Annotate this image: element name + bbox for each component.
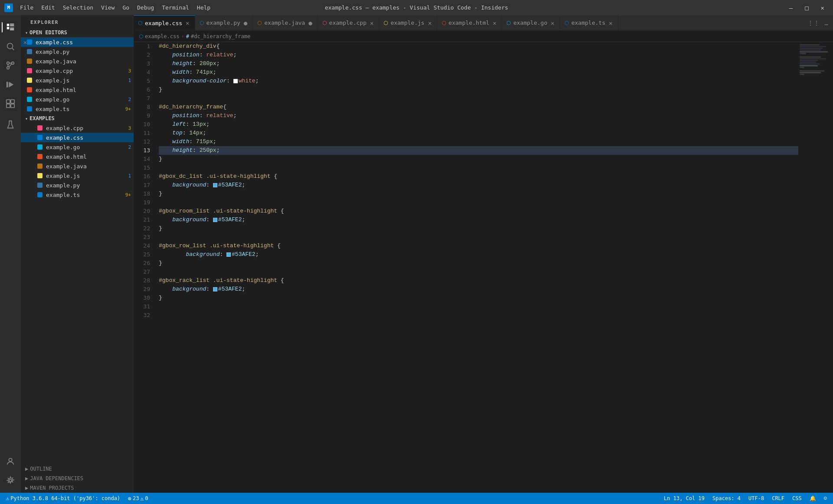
tab-java-icon: ⬡ bbox=[257, 20, 262, 26]
maven-header[interactable]: ▶ MAVEN PROJECTS bbox=[21, 483, 134, 493]
svg-point-0 bbox=[7, 43, 13, 49]
breadcrumb-file[interactable]: example.css bbox=[145, 33, 179, 39]
color-swatch-53afe2-1 bbox=[213, 183, 217, 187]
example-js[interactable]: example.js 1 bbox=[21, 171, 134, 180]
tab-java-close[interactable]: ● bbox=[308, 19, 313, 27]
status-ln-col[interactable]: Ln 13, Col 19 bbox=[661, 493, 707, 504]
menu-view[interactable]: View bbox=[98, 3, 118, 13]
tab-java[interactable]: ⬡ example.java ● bbox=[253, 15, 318, 30]
activity-flask[interactable] bbox=[2, 116, 19, 133]
open-editor-go[interactable]: example.go 2 bbox=[21, 95, 134, 104]
code-line-14: } bbox=[159, 155, 798, 164]
maximize-button[interactable]: □ bbox=[800, 3, 813, 13]
activity-debug[interactable] bbox=[2, 76, 19, 93]
menu-go[interactable]: Go bbox=[119, 3, 133, 13]
ln-col-label: Ln 13, Col 19 bbox=[664, 495, 705, 501]
ex-html-icon bbox=[36, 153, 43, 160]
tab-go[interactable]: ⬡ example.go ✕ bbox=[502, 15, 560, 30]
java-deps-header[interactable]: ▶ JAVA DEPENDENCIES bbox=[21, 474, 134, 483]
breadcrumb-symbol[interactable]: #dc_hierarchy_frame bbox=[191, 33, 250, 39]
svg-point-11 bbox=[9, 458, 12, 461]
ln-1: 1 bbox=[142, 42, 150, 51]
example-java[interactable]: example.java bbox=[21, 161, 134, 171]
menu-selection[interactable]: Selection bbox=[59, 3, 97, 13]
activity-source-control[interactable] bbox=[2, 57, 19, 74]
code-line-10: left: 13px; bbox=[159, 120, 798, 129]
tab-cpp[interactable]: ⬡ example.cpp ✕ bbox=[318, 15, 380, 30]
window-title: example.css — examples - Visual Studio C… bbox=[325, 4, 508, 11]
open-editor-html[interactable]: example.html bbox=[21, 85, 134, 95]
open-editor-html-label: example.html bbox=[36, 87, 76, 93]
tab-py[interactable]: ⬡ example.py ● bbox=[195, 15, 253, 30]
tab-go-close[interactable]: ✕ bbox=[550, 19, 555, 27]
open-editor-py[interactable]: example.py bbox=[21, 47, 134, 56]
code-content[interactable]: #dc_hierarchy_div{ position: relative; h… bbox=[155, 42, 798, 493]
open-editor-cpp[interactable]: example.cpp 3 bbox=[21, 66, 134, 75]
js-badge: 1 bbox=[128, 78, 131, 83]
code-line-4: width: 741px; bbox=[159, 68, 798, 77]
status-encoding[interactable]: UTF-8 bbox=[746, 493, 767, 504]
activity-extensions[interactable] bbox=[2, 95, 19, 112]
code-line-15 bbox=[159, 164, 798, 172]
activity-search[interactable] bbox=[2, 38, 19, 55]
status-feedback2[interactable]: ☺ bbox=[821, 493, 830, 504]
tab-html-label: example.html bbox=[449, 20, 489, 26]
tab-ts-close[interactable]: ✕ bbox=[608, 19, 613, 27]
status-line-ending[interactable]: CRLF bbox=[769, 493, 787, 504]
example-css[interactable]: example.css bbox=[21, 133, 134, 142]
tab-css[interactable]: ⬡ example.css ✕ bbox=[134, 15, 195, 30]
ex-py-icon bbox=[36, 182, 43, 189]
outline-chevron: ▶ bbox=[25, 466, 28, 472]
tab-css-close[interactable]: ✕ bbox=[185, 19, 190, 27]
outline-header[interactable]: ▶ OUTLINE bbox=[21, 464, 134, 474]
tab-cpp-close[interactable]: ✕ bbox=[369, 19, 374, 27]
tab-ts[interactable]: ⬡ example.ts ✕ bbox=[560, 15, 618, 30]
open-editor-java[interactable]: example.java bbox=[21, 56, 134, 66]
code-line-12: width: 715px; bbox=[159, 137, 798, 146]
status-spaces[interactable]: Spaces: 4 bbox=[710, 493, 743, 504]
tab-js[interactable]: ⬡ example.js ✕ bbox=[379, 15, 437, 30]
open-editor-css[interactable]: ✕ example.css bbox=[21, 37, 134, 47]
example-html[interactable]: example.html bbox=[21, 152, 134, 161]
menu-terminal[interactable]: Terminal bbox=[158, 3, 193, 13]
example-go[interactable]: example.go 2 bbox=[21, 142, 134, 152]
svg-rect-16 bbox=[27, 68, 32, 73]
cpp-badge: 3 bbox=[128, 68, 131, 74]
menu-file[interactable]: File bbox=[16, 3, 37, 13]
ln-2: 2 bbox=[142, 51, 150, 59]
close-css-icon[interactable]: ✕ bbox=[23, 39, 27, 46]
tab-bar: ⬡ example.css ✕ ⬡ example.py ● ⬡ example… bbox=[134, 15, 833, 31]
open-editor-ts[interactable]: example.ts 9+ bbox=[21, 104, 134, 114]
example-ts[interactable]: example.ts 9+ bbox=[21, 190, 134, 200]
activity-accounts[interactable] bbox=[2, 453, 19, 470]
examples-header[interactable]: ▾ EXAMPLES bbox=[21, 114, 134, 123]
open-editor-js[interactable]: example.js 1 bbox=[21, 75, 134, 85]
status-errors[interactable]: ⊗ 23 ⚠ 0 bbox=[125, 493, 151, 504]
menu-help[interactable]: Help bbox=[193, 3, 214, 13]
feedback2-icon: ☺ bbox=[824, 495, 827, 501]
example-cpp[interactable]: example.cpp 3 bbox=[21, 123, 134, 133]
status-language[interactable]: CSS bbox=[790, 493, 804, 504]
language-label: CSS bbox=[792, 495, 802, 501]
tab-js-close[interactable]: ✕ bbox=[427, 19, 432, 27]
split-editor-icon[interactable]: ⋮⋮ bbox=[805, 18, 822, 28]
status-feedback1[interactable]: 🔔 bbox=[807, 493, 819, 504]
tab-html[interactable]: ⬡ example.html ✕ bbox=[437, 15, 502, 30]
code-line-27 bbox=[159, 268, 798, 276]
open-editors-header[interactable]: ▾ OPEN EDITORS bbox=[21, 28, 134, 37]
close-button[interactable]: ✕ bbox=[817, 3, 829, 13]
menu-debug[interactable]: Debug bbox=[134, 3, 157, 13]
window-controls: — □ ✕ bbox=[785, 3, 829, 13]
menu-edit[interactable]: Edit bbox=[38, 3, 58, 13]
activity-explorer[interactable] bbox=[2, 19, 19, 36]
tab-html-close[interactable]: ✕ bbox=[492, 19, 497, 27]
activity-settings[interactable] bbox=[2, 472, 19, 489]
status-python[interactable]: ⚠ Python 3.6.8 64-bit ('py36': conda) bbox=[3, 493, 123, 504]
go-file-icon bbox=[26, 96, 33, 103]
tab-py-close[interactable]: ● bbox=[243, 19, 248, 27]
example-py[interactable]: example.py bbox=[21, 180, 134, 190]
minimize-button[interactable]: — bbox=[785, 3, 797, 13]
minimap bbox=[798, 42, 833, 493]
titlebar-menu: File Edit Selection View Go Debug Termin… bbox=[16, 3, 214, 13]
more-tabs-icon[interactable]: … bbox=[823, 18, 830, 28]
